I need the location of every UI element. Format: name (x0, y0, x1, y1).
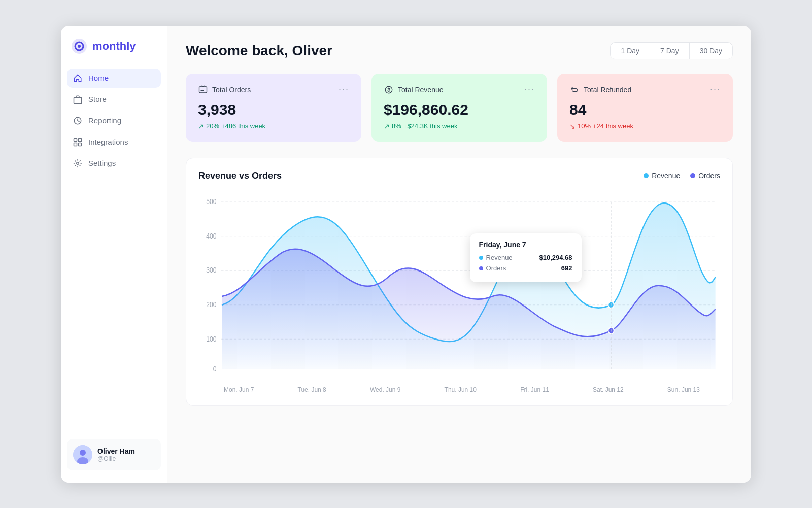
integrations-icon (73, 138, 82, 147)
revenue-icon (384, 85, 394, 95)
logo: monthly (67, 38, 161, 54)
revenue-change-pct: 8% (392, 122, 401, 130)
refunded-value: 84 (569, 101, 721, 118)
sidebar-item-settings-label: Settings (88, 159, 116, 167)
x-label-5: Sat. Jun 12 (593, 386, 624, 393)
x-label-4: Fri. Jun 11 (520, 386, 549, 393)
svg-rect-7 (74, 143, 77, 146)
sidebar-item-home-label: Home (88, 74, 109, 82)
chart-svg: 500 400 300 200 100 0 (198, 191, 720, 384)
time-filter-1day[interactable]: 1 Day (611, 43, 650, 59)
chart-header: Revenue vs Orders Revenue Orders (198, 171, 720, 181)
refunded-label: Total Refunded (569, 85, 631, 95)
sidebar-item-reporting[interactable]: Reporting (67, 111, 161, 130)
user-handle: @Ollie (97, 455, 135, 462)
chart-section: Revenue vs Orders Revenue Orders (186, 158, 733, 406)
svg-text:0: 0 (213, 364, 217, 372)
logo-text: monthly (92, 40, 136, 53)
svg-text:200: 200 (206, 300, 216, 309)
svg-rect-6 (79, 138, 82, 141)
refunded-change-abs: +24 this week (593, 122, 633, 130)
svg-rect-5 (74, 138, 77, 141)
legend-orders: Orders (690, 172, 720, 180)
orders-icon (198, 85, 208, 95)
stat-card-refunded: Total Refunded ··· 84 ↘ 10% +24 this wee… (557, 74, 733, 142)
store-icon (73, 95, 82, 104)
orders-value: 3,938 (198, 101, 349, 118)
sidebar-item-reporting-label: Reporting (88, 116, 121, 125)
settings-icon (73, 159, 82, 168)
refunded-icon (569, 85, 580, 95)
x-axis-labels: Mon. Jun 7 Tue. Jun 8 Wed. Jun 9 Thu. Ju… (198, 386, 720, 393)
orders-label: Total Orders (198, 85, 251, 95)
svg-text:300: 300 (206, 266, 216, 274)
x-label-2: Wed. Jun 9 (370, 386, 400, 393)
orders-more-button[interactable]: ··· (339, 87, 349, 92)
revenue-change-arrow: ↗ (384, 122, 390, 130)
revenue-card-header: Total Revenue ··· (384, 85, 535, 95)
legend-orders-label: Orders (698, 172, 720, 180)
legend-revenue: Revenue (644, 172, 680, 180)
avatar (73, 445, 92, 464)
svg-rect-8 (79, 143, 82, 146)
orders-card-header: Total Orders ··· (198, 85, 349, 95)
time-filter-7day[interactable]: 7 Day (650, 43, 690, 59)
svg-rect-3 (74, 97, 82, 103)
page-header: Welcome back, Oliver 1 Day 7 Day 30 Day (186, 42, 733, 59)
revenue-more-button[interactable]: ··· (524, 87, 535, 92)
x-label-1: Tue. Jun 8 (298, 386, 326, 393)
svg-text:500: 500 (206, 197, 216, 206)
chart-container: 500 400 300 200 100 0 (198, 191, 720, 384)
revenue-change: ↗ 8% +$24.3K this week (384, 122, 535, 130)
x-label-6: Sun. Jun 13 (667, 386, 700, 393)
refunded-change: ↘ 10% +24 this week (569, 122, 721, 130)
logo-icon (71, 38, 87, 54)
svg-point-11 (80, 450, 86, 456)
time-filters: 1 Day 7 Day 30 Day (610, 42, 733, 59)
sidebar-item-integrations-label: Integrations (88, 138, 128, 146)
home-icon (73, 74, 82, 83)
sidebar-item-store[interactable]: Store (67, 90, 161, 109)
orders-change-arrow: ↗ (198, 122, 204, 130)
main-content: Welcome back, Oliver 1 Day 7 Day 30 Day (167, 26, 751, 483)
svg-text:100: 100 (206, 334, 216, 343)
user-name: Oliver Ham (97, 447, 135, 455)
legend-revenue-dot (644, 173, 649, 178)
refunded-card-header: Total Refunded ··· (569, 85, 721, 95)
time-filter-30day[interactable]: 30 Day (690, 43, 732, 59)
app-window: monthly Home Store (61, 26, 751, 483)
orders-change-abs: +486 this week (221, 122, 265, 130)
stat-card-orders: Total Orders ··· 3,938 ↗ 20% +486 this w… (186, 74, 361, 142)
sidebar-item-integrations[interactable]: Integrations (67, 132, 161, 152)
refunded-change-pct: 10% (578, 122, 591, 130)
chart-title: Revenue vs Orders (198, 171, 282, 181)
legend-revenue-label: Revenue (652, 172, 680, 180)
svg-point-9 (77, 162, 79, 164)
revenue-value: $196,860.62 (384, 101, 535, 118)
page-title: Welcome back, Oliver (186, 43, 332, 59)
svg-text:400: 400 (206, 232, 216, 240)
user-profile[interactable]: Oliver Ham @Ollie (67, 439, 161, 470)
sidebar: monthly Home Store (61, 26, 167, 483)
refunded-change-arrow: ↘ (569, 122, 576, 130)
stat-cards: Total Orders ··· 3,938 ↗ 20% +486 this w… (186, 74, 733, 142)
sidebar-item-home[interactable]: Home (67, 69, 161, 88)
stat-card-revenue: Total Revenue ··· $196,860.62 ↗ 8% +$24.… (371, 74, 547, 142)
legend-orders-dot (690, 173, 695, 178)
chart-legend: Revenue Orders (644, 172, 720, 180)
refunded-more-button[interactable]: ··· (710, 87, 721, 92)
sidebar-item-settings[interactable]: Settings (67, 154, 161, 173)
svg-point-2 (78, 45, 81, 48)
refunded-label-text: Total Refunded (584, 86, 631, 94)
svg-rect-13 (199, 87, 207, 93)
reporting-icon (73, 116, 82, 125)
orders-change-pct: 20% (206, 122, 219, 130)
navigation: Home Store (67, 69, 161, 439)
revenue-change-abs: +$24.3K this week (403, 122, 458, 130)
revenue-label-text: Total Revenue (398, 86, 444, 94)
orders-label-text: Total Orders (212, 86, 251, 94)
user-info: Oliver Ham @Ollie (97, 447, 135, 462)
revenue-label: Total Revenue (384, 85, 444, 95)
sidebar-item-store-label: Store (88, 95, 107, 104)
x-label-0: Mon. Jun 7 (224, 386, 254, 393)
